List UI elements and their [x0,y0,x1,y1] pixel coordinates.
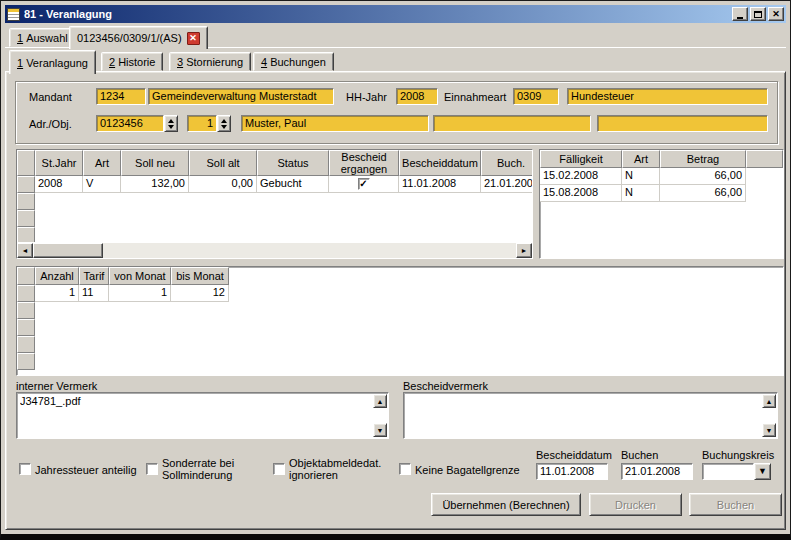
cell-von-monat[interactable]: 1 [109,285,171,302]
column-header: Fälligkeit [540,150,622,168]
window-title: 81 - Veranlagung [24,8,112,20]
mandant-name-field[interactable]: Gemeindeverwaltung Musterstadt [148,88,334,105]
spinner-up-icon [221,119,227,123]
cell-stjahr[interactable]: 2008 [35,176,83,193]
scrollbar-thumb[interactable] [33,243,103,258]
arrow-up-icon: ▲ [377,398,384,405]
memo-scroll-up-button[interactable]: ▲ [762,394,776,408]
objektabmeldedat-label[interactable]: Objektabmeldedat. ignorieren [289,457,387,481]
tab-close-icon[interactable]: ✕ [187,32,200,45]
close-button[interactable]: ✕ [768,7,784,21]
minimize-icon [737,17,743,19]
empty-row-selector [17,353,35,370]
jahressteuer-anteilig-checkbox[interactable]: ✓ [19,463,31,475]
mandant-code-field[interactable]: 1234 [96,88,146,105]
column-header: Soll neu [121,150,189,176]
adr-extra-field-1[interactable] [433,115,591,132]
cell-tarif[interactable]: 11 [79,285,109,302]
app-window: 81 - Veranlagung ✕ 1Auswahl 0123456/0309… [0,0,791,540]
spinner-down-icon [168,125,174,129]
tab-label: 4Buchungen [261,56,326,68]
einnahmeart-label: Einnahmeart [444,91,506,103]
person-name-field[interactable]: Muster, Paul [241,115,429,132]
titlebar[interactable]: 81 - Veranlagung ✕ [5,5,786,23]
einnahmeart-name-field[interactable]: Hundesteuer [567,88,768,105]
mandant-label: Mandant [29,91,72,103]
empty-row-selector [17,336,35,353]
interner-vermerk-field[interactable]: J34781_.pdf ▲ ▼ [16,392,389,439]
obj-spinner[interactable] [217,115,231,132]
column-header: von Monat [109,267,171,285]
cell-art[interactable]: V [83,176,121,193]
bescheidvermerk-text [407,395,759,436]
bagatellgrenze-checkbox[interactable]: ✓ [399,463,411,475]
buchen-datum-field[interactable]: 21.01.2008 [621,463,693,480]
adrobj-label: Adr./Obj. [29,118,72,130]
bescheid-ergangen-checkbox[interactable]: ✓ [358,178,370,190]
bescheiddatum-label: Bescheiddatum [536,449,612,461]
tab-veranlagung[interactable]: 1Veranlagung [9,50,96,74]
tab-record[interactable]: 0123456/0309/1/(AS) ✕ [69,26,208,49]
column-header: Tarif [79,267,109,285]
cell-faelligkeit[interactable]: 15.02.2008 [540,168,622,185]
arrow-up-icon: ▲ [766,398,773,405]
maximize-button[interactable] [750,7,766,21]
tab-label: 1Veranlagung [17,57,88,69]
cell-status[interactable]: Gebucht [257,176,329,193]
table-row: 15.08.2008 N 66,00 [540,185,783,202]
cell-bis-monat[interactable]: 12 [171,285,229,302]
cell-art[interactable]: N [622,168,660,185]
row-selector[interactable] [17,285,35,302]
cell-anzahl[interactable]: 1 [35,285,79,302]
buchungskreis-lookup-button[interactable]: ▼ [754,463,771,480]
cell-soll-alt[interactable]: 0,00 [189,176,257,193]
cell-art[interactable]: N [622,185,660,202]
cell-buchungsdatum[interactable]: 21.01.2008 [481,176,533,193]
sonderrate-label[interactable]: Sonderrate bei Sollminderung [162,457,246,481]
adr-extra-field-2[interactable] [597,115,768,132]
buchungskreis-field[interactable] [702,463,754,480]
arrow-down-icon: ▼ [766,427,773,434]
jahressteuer-anteilig-label[interactable]: Jahressteuer anteilig [35,464,137,476]
tab-stornierung[interactable]: 3Stornierung [169,52,251,71]
bagatellgrenze-label[interactable]: Keine Bagatellgrenze [415,464,520,476]
memo-scroll-down-button[interactable]: ▼ [373,423,387,437]
hhjahr-field[interactable]: 2008 [396,88,438,105]
column-header: Bescheiddatum [399,150,481,176]
bescheidvermerk-field[interactable]: ▲ ▼ [403,392,778,439]
minimize-button[interactable] [732,7,748,21]
tab-historie[interactable]: 2Historie [101,52,163,71]
tab-buchungen[interactable]: 4Buchungen [253,52,334,71]
row-selector[interactable] [17,176,35,193]
spinner-up-icon [168,119,174,123]
objektabmeldedat-checkbox[interactable]: ✓ [273,463,285,475]
cell-betrag[interactable]: 66,00 [660,185,746,202]
memo-scroll-down-button[interactable]: ▼ [762,423,776,437]
bescheiddatum-field[interactable]: 11.01.2008 [536,463,608,480]
maximize-icon [754,11,762,18]
column-header: Anzahl [35,267,79,285]
tab-auswahl[interactable]: 1Auswahl [9,28,76,47]
column-header: Soll alt [189,150,257,176]
tab-label: 1Auswahl [17,32,68,44]
cell-soll-neu[interactable]: 132,00 [121,176,189,193]
grid-horizontal-scrollbar[interactable]: ◄ ► [17,242,532,258]
column-header-filler [746,150,783,168]
scroll-left-button[interactable]: ◄ [17,243,33,258]
column-header: Betrag [660,150,746,168]
memo-scroll-up-button[interactable]: ▲ [373,394,387,408]
cell-faelligkeit[interactable]: 15.08.2008 [540,185,622,202]
cell-betrag[interactable]: 66,00 [660,168,746,185]
uebernehmen-button[interactable]: Übernehmen (Berechnen) [431,493,581,516]
sonderrate-checkbox[interactable]: ✓ [146,463,158,475]
scroll-right-button[interactable]: ► [516,243,532,258]
einnahmeart-code-field[interactable]: 0309 [513,88,559,105]
cell-bescheiddatum[interactable]: 11.01.2008 [399,176,481,193]
obj-field[interactable]: 1 [187,115,217,132]
adr-field[interactable]: 0123456 [96,115,164,132]
column-header: Bescheid ergangen [329,150,399,176]
adr-spinner[interactable] [164,115,178,132]
cell-bescheid-ergangen: ✓ [329,176,399,193]
tab-label: 0123456/0309/1/(AS) [77,32,182,44]
interner-vermerk-label: interner Vermerk [16,380,97,392]
